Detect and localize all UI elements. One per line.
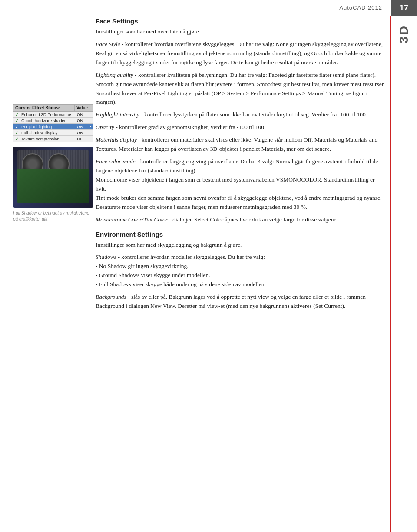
app-name-label: AutoCAD 2012 bbox=[339, 4, 382, 11]
table-header-label: Current Effect Status: bbox=[13, 105, 75, 111]
gpu-pcb bbox=[17, 169, 89, 203]
row-label: Texture compression bbox=[20, 136, 75, 142]
row-label: Full-shadow display bbox=[20, 130, 75, 135]
left-column: Current Effect Status: Value ✓ Enhanced … bbox=[13, 104, 93, 222]
row-value: OFF bbox=[75, 136, 93, 142]
row-value: ON bbox=[75, 118, 93, 123]
para3: Highlight intensity - kontrollerer lysst… bbox=[96, 110, 387, 119]
para1-body: - kontrollerer hvordan overflatene skygg… bbox=[96, 41, 383, 66]
row-value: ON bbox=[75, 130, 93, 135]
table-row: ✓ Full-shadow display ON bbox=[13, 130, 93, 136]
para6: Face color mode - kontrollerer fargegjen… bbox=[96, 157, 387, 212]
para8: Shadows - kontrollerer hvordan modeller … bbox=[96, 253, 387, 289]
check-icon: ✓ bbox=[13, 112, 20, 117]
para2-body: - kontrollerer kvaliteten på belysningen… bbox=[96, 72, 385, 106]
section1-intro: Innstillinger som har med overflaten å g… bbox=[96, 27, 387, 36]
gpu-image bbox=[13, 147, 93, 208]
check-icon: ✓ bbox=[13, 130, 20, 135]
table-row: ✓ Gooch hardware shader ON bbox=[13, 118, 93, 124]
section1-heading: Face Settings bbox=[96, 17, 387, 25]
term-materials-display: Materials display bbox=[96, 136, 137, 143]
para2: Lighting quality - kontrollerer kvalitet… bbox=[96, 71, 387, 107]
page-number: 17 bbox=[391, 0, 417, 16]
table-header-value: Value bbox=[75, 105, 93, 111]
row-value: ON bbox=[75, 112, 93, 117]
settings-table: Current Effect Status: Value ✓ Enhanced … bbox=[13, 104, 93, 142]
para4-body: - kontrollerer grad av gjennomsiktighet,… bbox=[114, 124, 266, 130]
sidebar-3d-text: 3D bbox=[397, 24, 411, 43]
page-header: AutoCAD 2012 17 bbox=[0, 0, 417, 16]
term-opacity: Opacity bbox=[96, 124, 114, 130]
table-row: ✓ Texture compression OFF bbox=[13, 136, 93, 142]
image-caption: Full Shadow er betinget av mulighetene p… bbox=[13, 210, 93, 222]
term-backgrounds: Backgrounds bbox=[96, 294, 126, 300]
table-row-highlighted: ✓ Per-pixel lighting ON▼ bbox=[13, 124, 93, 130]
term-face-color-mode: Face color mode bbox=[96, 158, 135, 165]
check-icon: ✓ bbox=[13, 136, 20, 142]
check-icon: ✓ bbox=[13, 124, 20, 129]
para9: Backgrounds - slås av eller på. Bakgrunn… bbox=[96, 293, 387, 311]
para8-body: - kontrollerer hvordan modeller skyggele… bbox=[96, 254, 266, 287]
row-label: Gooch hardware shader bbox=[20, 118, 75, 123]
section2-heading: Environment Settings bbox=[96, 231, 387, 238]
red-border-decoration bbox=[390, 16, 391, 532]
term-lighting-quality: Lighting quality bbox=[96, 72, 133, 78]
para9-body: - slås av eller på. Bakgrunn lages ved å… bbox=[96, 294, 366, 309]
term-face-style: Face Style bbox=[96, 41, 120, 47]
check-icon: ✓ bbox=[13, 118, 20, 123]
para5: Materials display - kontrollerer om mate… bbox=[96, 135, 387, 154]
section2-intro: Innstillinger som har med skyggelegging … bbox=[96, 241, 387, 250]
para3-body: - kontrollerer lysstyrken på flater som … bbox=[139, 111, 367, 118]
sidebar-3d-label: 3D bbox=[391, 16, 417, 52]
para7: Monochrome Color/Tint Color - dialogen S… bbox=[96, 215, 387, 225]
para1: Face Style - kontrollerer hvordan overfl… bbox=[96, 40, 387, 67]
term-highlight-intensity: Highlight intensity bbox=[96, 111, 139, 118]
table-header: Current Effect Status: Value bbox=[13, 105, 93, 112]
para7-body: - dialogen Select Color åpnes hvor du ka… bbox=[168, 216, 338, 223]
dropdown-arrow-icon: ▼ bbox=[89, 125, 92, 128]
row-value: ON▼ bbox=[75, 124, 93, 129]
main-content: Face Settings Innstillinger som har med … bbox=[96, 17, 387, 332]
term-shadows: Shadows bbox=[96, 254, 116, 260]
term-monochrome-color: Monochrome Color/Tint Color bbox=[96, 216, 168, 223]
para5-body: - kontrollerer om materialer skal vises … bbox=[96, 136, 377, 152]
para6-body: - kontrollerer fargegjengiving på overfl… bbox=[96, 158, 381, 210]
row-label: Enhanced 3D Performance bbox=[20, 112, 75, 117]
table-row: ✓ Enhanced 3D Performance ON bbox=[13, 112, 93, 118]
para4: Opacity - kontrollerer grad av gjennomsi… bbox=[96, 123, 387, 132]
row-label: Per-pixel lighting bbox=[20, 124, 75, 129]
